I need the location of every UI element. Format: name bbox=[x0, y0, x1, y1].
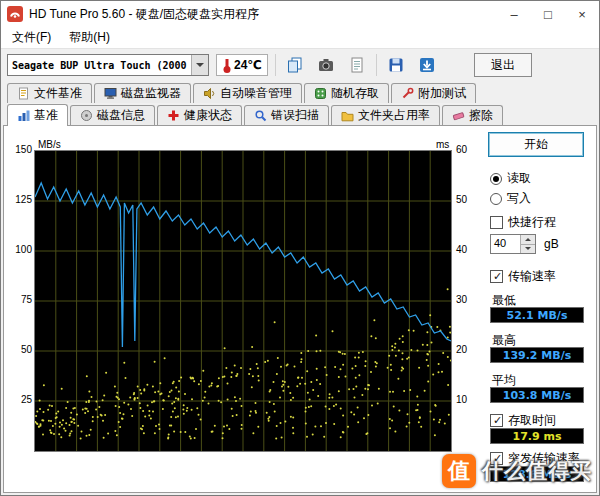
tab-label: 擦除 bbox=[469, 107, 493, 124]
right-tick: 50 bbox=[456, 194, 480, 205]
file-benchmark-icon bbox=[17, 87, 30, 100]
right-tick: 60 bbox=[456, 144, 480, 155]
short-stroke-size-value: 40 bbox=[491, 235, 520, 253]
thermometer-icon bbox=[222, 56, 232, 74]
wrench-icon bbox=[401, 87, 414, 100]
spinner-buttons[interactable] bbox=[520, 235, 535, 253]
access-time-label: 存取时间 bbox=[508, 412, 556, 429]
watermark: 值 什么值得买 bbox=[442, 454, 592, 488]
disk-monitor-icon bbox=[104, 87, 117, 100]
save-button[interactable] bbox=[384, 53, 408, 77]
magnifier-icon bbox=[254, 109, 267, 122]
disk-info-icon bbox=[80, 109, 93, 122]
short-stroke-label: 快捷行程 bbox=[508, 214, 556, 231]
watermark-text: 什么值得买 bbox=[482, 457, 592, 485]
tab-row-upper: 文件基准 磁盘监视器 自动噪音管理 随机存取 附加测试 bbox=[1, 81, 599, 103]
tab-extra-tests[interactable]: 附加测试 bbox=[391, 83, 476, 103]
read-radio[interactable] bbox=[490, 173, 502, 185]
menu-file[interactable]: 文件(F) bbox=[3, 27, 60, 48]
dropdown-arrow-icon bbox=[191, 55, 208, 75]
tab-error-scan[interactable]: 错误扫描 bbox=[244, 105, 329, 125]
write-radio-row[interactable]: 写入 bbox=[490, 190, 531, 207]
read-radio-row[interactable]: 读取 bbox=[490, 170, 531, 187]
toolbar: Seagate BUP Ultra Touch (2000 gB) 24℃ bbox=[1, 49, 599, 81]
screenshot-button[interactable] bbox=[314, 53, 338, 77]
min-value-display: 52.1 MB/s bbox=[490, 307, 584, 323]
export-button[interactable] bbox=[415, 53, 439, 77]
tab-label: 错误扫描 bbox=[271, 107, 319, 124]
tab-label: 基准 bbox=[34, 107, 58, 124]
tab-random-access[interactable]: 随机存取 bbox=[304, 83, 389, 103]
tab-disk-info[interactable]: 磁盘信息 bbox=[70, 105, 155, 125]
spinner-down-icon[interactable] bbox=[521, 244, 535, 254]
tab-folder-usage[interactable]: 文件夹占用率 bbox=[331, 105, 440, 125]
tab-label: 磁盘信息 bbox=[97, 107, 145, 124]
menu-help[interactable]: 帮助(H) bbox=[60, 27, 119, 48]
transfer-rate-row[interactable]: 传输速率 bbox=[490, 268, 556, 285]
left-tick: 50 bbox=[6, 344, 32, 355]
maximize-button[interactable]: □ bbox=[531, 1, 565, 27]
short-stroke-row[interactable]: 快捷行程 bbox=[490, 214, 556, 231]
eraser-icon bbox=[452, 109, 465, 122]
report-button[interactable] bbox=[345, 53, 369, 77]
camera-icon bbox=[317, 56, 335, 74]
folder-icon bbox=[341, 109, 354, 122]
left-tick: 125 bbox=[6, 194, 32, 205]
tab-benchmark[interactable]: 基准 bbox=[7, 104, 68, 126]
drive-select[interactable]: Seagate BUP Ultra Touch (2000 gB) bbox=[7, 54, 209, 76]
toolbar-separator bbox=[376, 54, 377, 76]
dice-icon bbox=[314, 87, 327, 100]
tab-row-lower: 基准 磁盘信息 健康状态 错误扫描 文件夹占用率 擦除 bbox=[1, 103, 599, 125]
tab-label: 磁盘监视器 bbox=[121, 85, 181, 102]
benchmark-plot-svg bbox=[35, 151, 451, 451]
hdtune-logo-icon bbox=[7, 6, 23, 22]
drive-select-value: Seagate BUP Ultra Touch (2000 gB) bbox=[8, 60, 191, 71]
right-axis-unit: ms bbox=[436, 139, 449, 150]
short-stroke-checkbox[interactable] bbox=[490, 216, 503, 229]
transfer-rate-checkbox[interactable] bbox=[490, 270, 503, 283]
watermark-logo: 值 bbox=[442, 454, 476, 488]
health-cross-icon bbox=[167, 109, 180, 122]
report-page-icon bbox=[348, 56, 366, 74]
left-tick: 25 bbox=[6, 394, 32, 405]
exit-button[interactable]: 退出 bbox=[474, 53, 532, 77]
transfer-rate-label: 传输速率 bbox=[508, 268, 556, 285]
toolbar-separator bbox=[275, 54, 276, 76]
tab-label: 自动噪音管理 bbox=[220, 85, 292, 102]
download-arrow-icon bbox=[418, 56, 436, 74]
access-time-checkbox[interactable] bbox=[490, 414, 503, 427]
tab-label: 健康状态 bbox=[184, 107, 232, 124]
left-tick: 75 bbox=[6, 294, 32, 305]
tab-erase[interactable]: 擦除 bbox=[442, 105, 503, 125]
copy-icon bbox=[286, 56, 304, 74]
start-button-label: 开始 bbox=[524, 136, 548, 153]
minimize-button[interactable]: – bbox=[497, 1, 531, 27]
save-floppy-icon bbox=[387, 56, 405, 74]
benchmark-plot bbox=[34, 150, 452, 452]
copy-screenshot-button[interactable] bbox=[283, 53, 307, 77]
tab-disk-monitor[interactable]: 磁盘监视器 bbox=[94, 83, 191, 103]
access-time-row[interactable]: 存取时间 bbox=[490, 412, 556, 429]
tab-aam[interactable]: 自动噪音管理 bbox=[193, 83, 302, 103]
temperature-display: 24℃ bbox=[216, 54, 268, 76]
left-tick: 100 bbox=[6, 244, 32, 255]
title-bar: HD Tune Pro 5.60 - 硬盘/固态硬盘实用程序 – □ × bbox=[1, 1, 599, 27]
start-button[interactable]: 开始 bbox=[488, 132, 584, 157]
benchmark-chart-icon bbox=[17, 109, 30, 122]
tab-health[interactable]: 健康状态 bbox=[157, 105, 242, 125]
short-stroke-size-input[interactable]: 40 bbox=[490, 234, 536, 254]
temperature-value: 24℃ bbox=[234, 58, 262, 72]
close-button[interactable]: × bbox=[565, 1, 599, 27]
spinner-up-icon[interactable] bbox=[521, 235, 535, 244]
right-tick: 40 bbox=[456, 244, 480, 255]
left-tick: 150 bbox=[6, 144, 32, 155]
exit-button-label: 退出 bbox=[491, 57, 515, 74]
tab-file-benchmark[interactable]: 文件基准 bbox=[7, 83, 92, 103]
tab-label: 附加测试 bbox=[418, 85, 466, 102]
avg-value-display: 103.8 MB/s bbox=[490, 387, 584, 403]
menu-bar: 文件(F) 帮助(H) bbox=[1, 27, 599, 49]
speaker-icon bbox=[203, 87, 216, 100]
right-tick: 10 bbox=[456, 394, 480, 405]
write-radio[interactable] bbox=[490, 193, 502, 205]
tab-label: 文件夹占用率 bbox=[358, 107, 430, 124]
